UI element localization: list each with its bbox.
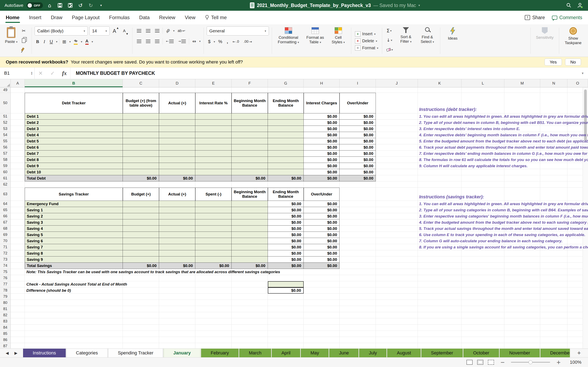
cell-K78[interactable]: [418, 287, 461, 294]
column-header-E[interactable]: E: [195, 79, 232, 87]
column-header-N[interactable]: N: [540, 79, 567, 87]
cell-E79[interactable]: [195, 294, 232, 300]
cell-B70[interactable]: Saving 6: [25, 238, 123, 244]
autosave-toggle[interactable]: OFF: [27, 2, 43, 8]
cell-M62[interactable]: [504, 182, 540, 188]
sheet-tab-april[interactable]: April: [272, 349, 300, 357]
cell-B60[interactable]: Debt 10: [25, 169, 123, 175]
cell-N74[interactable]: [540, 263, 567, 269]
zoom-in-button[interactable]: +: [556, 359, 561, 365]
sheet-tab-november[interactable]: November: [499, 349, 540, 357]
cell-L51[interactable]: [461, 113, 504, 120]
cell-A83[interactable]: [11, 318, 25, 325]
name-box[interactable]: B1 ▴▾: [0, 67, 35, 79]
row-header-77[interactable]: 77: [0, 281, 11, 287]
cell-A73[interactable]: [11, 257, 25, 263]
row-header-72[interactable]: 72: [0, 250, 11, 257]
cell-J54[interactable]: [376, 132, 418, 138]
cell-E51[interactable]: [195, 113, 232, 120]
tab-draw[interactable]: Draw: [51, 11, 62, 24]
cell-N77[interactable]: [540, 281, 567, 287]
cell-N78[interactable]: [540, 287, 567, 294]
format-painter-button[interactable]: [20, 45, 25, 54]
row-header-86[interactable]: 86: [0, 337, 11, 343]
cell-E67[interactable]: [195, 219, 232, 225]
cell-D78[interactable]: [159, 287, 195, 294]
cell-F81[interactable]: [232, 306, 268, 312]
cell-B50[interactable]: Debt Tracker: [25, 93, 123, 113]
cell-A50[interactable]: [11, 93, 25, 113]
cell-G57[interactable]: [268, 150, 304, 157]
cell-A66[interactable]: [11, 213, 25, 219]
cell-H68[interactable]: $0.00: [304, 225, 339, 232]
column-header-G[interactable]: G: [268, 79, 304, 87]
cell-I62[interactable]: [339, 182, 376, 188]
cell-L57[interactable]: [461, 150, 504, 157]
tab-home[interactable]: Home: [6, 11, 20, 24]
cell-I50[interactable]: Over/Under: [339, 93, 376, 113]
cell-E72[interactable]: [195, 250, 232, 257]
cell-J82[interactable]: [376, 312, 418, 318]
cell-D50[interactable]: Actual (+): [159, 93, 195, 113]
cell-M74[interactable]: [504, 263, 540, 269]
increase-indent-button[interactable]: →: [177, 37, 187, 46]
cell-I74[interactable]: [339, 263, 376, 269]
cell-N85[interactable]: [540, 331, 567, 337]
cell-G68[interactable]: $0.00: [268, 225, 304, 232]
font-size-select[interactable]: 14▾: [89, 26, 110, 35]
cell-J51[interactable]: [376, 113, 418, 120]
row-header-66[interactable]: 66: [0, 213, 11, 219]
cell-M79[interactable]: [504, 294, 540, 300]
cell-J68[interactable]: [376, 225, 418, 232]
cell-E86[interactable]: [195, 337, 232, 343]
cell-A86[interactable]: [11, 337, 25, 343]
cell-J59[interactable]: [376, 163, 418, 169]
formula-bar-expand-icon[interactable]: ▾: [577, 67, 588, 79]
cell-A55[interactable]: [11, 138, 25, 144]
cell-K79[interactable]: [418, 294, 461, 300]
format-as-table-button[interactable]: Format as Table ▾: [304, 26, 327, 45]
cell-C70[interactable]: [123, 238, 159, 244]
cell-J62[interactable]: [376, 182, 418, 188]
cell-E60[interactable]: [195, 169, 232, 175]
orientation-button[interactable]: ab: [164, 26, 171, 35]
cell-K80[interactable]: [418, 300, 461, 306]
cell-F53[interactable]: [232, 126, 268, 132]
cell-N76[interactable]: [540, 275, 567, 281]
cell-C79[interactable]: [123, 294, 159, 300]
cell-G78[interactable]: $0.00: [268, 287, 304, 294]
cell-C51[interactable]: [123, 113, 159, 120]
cell-A74[interactable]: [11, 263, 25, 269]
cell-L60[interactable]: [461, 169, 504, 175]
conditional-formatting-button[interactable]: Conditional Formatting ▾: [275, 26, 302, 45]
cell-K87[interactable]: [418, 343, 461, 349]
cell-G73[interactable]: $0.00: [268, 257, 304, 263]
cell-G87[interactable]: [268, 343, 304, 349]
row-header-80[interactable]: 80: [0, 300, 11, 306]
cell-N82[interactable]: [540, 312, 567, 318]
cell-M51[interactable]: [504, 113, 540, 120]
cell-D76[interactable]: [159, 275, 195, 281]
cell-D81[interactable]: [159, 306, 195, 312]
cell-F76[interactable]: [232, 275, 268, 281]
cell-H59[interactable]: $0.00: [304, 163, 339, 169]
cell-C87[interactable]: [123, 343, 159, 349]
row-header-63[interactable]: 63: [0, 188, 11, 201]
zoom-slider-thumb[interactable]: [529, 360, 532, 364]
cell-F66[interactable]: [232, 213, 268, 219]
sheet-tab-december[interactable]: December: [540, 349, 570, 357]
cell-N71[interactable]: [540, 244, 567, 250]
cell-L66[interactable]: [461, 213, 504, 219]
cell-L70[interactable]: [461, 238, 504, 244]
cell-H65[interactable]: $0.00: [304, 207, 339, 213]
cell-K63[interactable]: [418, 188, 461, 201]
cell-H87[interactable]: [304, 343, 339, 349]
cell-I79[interactable]: [339, 294, 376, 300]
cell-H85[interactable]: [304, 331, 339, 337]
row-header-76[interactable]: 76: [0, 275, 11, 281]
cell-L58[interactable]: [461, 157, 504, 163]
cell-I67[interactable]: [339, 219, 376, 225]
cell-C76[interactable]: [123, 275, 159, 281]
cell-K73[interactable]: [418, 257, 461, 263]
cell-K56[interactable]: [418, 144, 461, 150]
